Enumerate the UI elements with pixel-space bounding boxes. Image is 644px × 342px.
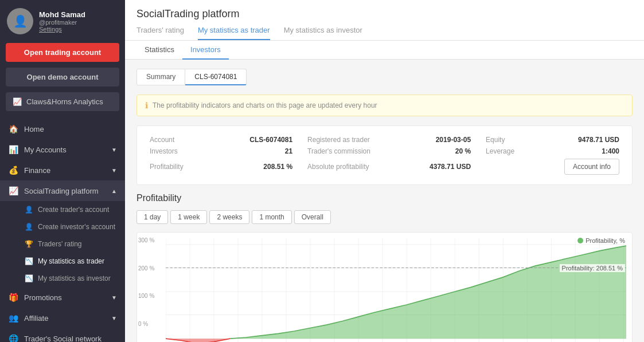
chevron-down-icon: ▼ [111,147,117,153]
chart-icon: 📈 [13,97,22,106]
social-icon: 🌐 [8,334,18,342]
tab-my-stats-investor[interactable]: My statistics as investor [284,26,362,40]
notice-banner: ℹ The profitability indicators and chart… [136,95,633,116]
chart-value-label: Profitability: 208.51 % [560,264,625,272]
nav-label-affiliate: Affiliate [24,314,48,323]
info-icon: ℹ [145,101,148,110]
chart-svg [166,238,626,342]
nav-label-social-network: Trader's Social network [24,335,102,343]
sidebar-item-finance[interactable]: 💰 Finance ▼ [0,160,125,180]
chart-buttons: 1 day 1 week 2 weeks 1 month Overall [136,210,633,224]
accounts-icon: 📊 [8,145,18,154]
subitem-label-create-investor: Create investor's account [38,223,115,231]
tab-traders-rating[interactable]: Traders' rating [136,26,184,40]
main-tabs: Traders' rating My statistics as trader … [136,26,633,40]
trophy-icon: 🏆 [24,240,33,248]
subitem-label-traders-rating: Traders' rating [38,240,82,248]
main-content: SocialTrading platform Traders' rating M… [125,0,644,342]
commission-value: 20 % [384,146,482,157]
nav-label-home: Home [24,125,44,133]
sidebar-subitem-traders-rating[interactable]: 🏆 Traders' rating [0,235,125,253]
table-row: Account CLS-6074081 Registered as trader… [146,134,623,146]
legend-label: Profitability, % [586,237,625,244]
stats-investor-icon: 📉 [24,274,33,282]
leverage-value: 1:400 [528,146,623,157]
registered-label: Registered as trader [304,134,384,146]
sidebar-subitem-my-stats-trader[interactable]: 📉 My statistics as trader [0,253,125,270]
stats-trader-icon: 📉 [24,257,33,265]
inner-tab-summary[interactable]: Summary [136,69,185,85]
nav-label-socialtrading: SocialTrading platform [24,187,99,195]
page-title: SocialTrading platform [136,8,633,20]
btn-1week[interactable]: 1 week [170,210,207,224]
y-axis: 300 % 200 % 100 % 0 % -100 % [138,237,157,342]
green-area [230,246,626,339]
tab-my-stats-trader[interactable]: My statistics as trader [198,26,270,40]
sidebar-item-home[interactable]: 🏠 Home [0,119,125,139]
promotions-icon: 🎁 [8,293,18,302]
account-value: CLS-6074081 [204,134,304,146]
account-info-button[interactable]: Account info [564,159,619,175]
sidebar-nav: 🏠 Home 📊 My Accounts ▼ 💰 Finance ▼ 📈 Soc… [0,119,125,342]
registered-value: 2019-03-05 [384,134,482,146]
equity-label: Equity [482,134,528,146]
socialtrading-icon: 📈 [8,186,18,195]
y-0: 0 % [138,321,157,327]
subitem-label-my-stats-investor: My statistics as investor [38,274,111,282]
settings-link[interactable]: Settings [39,26,85,33]
open-trading-button[interactable]: Open trading account [6,43,119,62]
nav-label-finance: Finance [24,166,50,175]
profitability-label: Profitability [146,157,204,176]
chevron-down-icon: ▼ [111,315,117,321]
sidebar-item-socialtrading[interactable]: 📈 SocialTrading platform ▲ [0,180,125,201]
chart-legend: Profitability, % [577,237,625,244]
finance-icon: 💰 [8,166,18,175]
main-header: SocialTrading platform Traders' rating M… [125,0,644,41]
affiliate-icon: 👥 [8,313,18,323]
inner-tab-cls[interactable]: CLS-6074081 [185,69,247,85]
btn-overall[interactable]: Overall [294,210,331,224]
profile-info: Mohd Samad @profitmaker Settings [39,10,85,33]
inner-tabs: Summary CLS-6074081 [136,69,633,85]
sidebar-item-promotions[interactable]: 🎁 Promotions ▼ [0,287,125,308]
account-info-box: Account CLS-6074081 Registered as trader… [136,125,633,185]
subtab-statistics[interactable]: Statistics [136,41,182,60]
btn-1month[interactable]: 1 month [252,210,291,224]
notice-text: The profitability indicators and charts … [153,101,377,109]
avatar: 👤 [7,8,33,34]
profile-name: Mohd Samad [39,10,85,19]
sidebar: 👤 Mohd Samad @profitmaker Settings Open … [0,0,125,342]
btn-1day[interactable]: 1 day [136,210,168,224]
nav-label-promotions: Promotions [24,293,62,302]
equity-value: 9478.71 USD [528,134,623,146]
abs-profitability-value: 4378.71 USD [384,157,482,176]
sub-tabs: Statistics Investors [125,41,644,60]
nav-label-my-accounts: My Accounts [24,146,67,154]
sidebar-item-my-accounts[interactable]: 📊 My Accounts ▼ [0,139,125,160]
table-row: Profitability 208.51 % Absolute profitab… [146,157,623,176]
subitem-label-my-stats-trader: My statistics as trader [38,257,104,265]
subtab-investors[interactable]: Investors [182,41,229,60]
abs-profitability-label: Absolute profitability [304,157,384,176]
create-investor-icon: 👤 [24,223,33,231]
btn-2weeks[interactable]: 2 weeks [209,210,249,224]
subitem-label-create-trader: Create trader's account [38,206,109,214]
investors-label: Investors [146,146,204,157]
commission-label: Trader's commission [304,146,384,157]
profitability-value: 208.51 % [204,157,304,176]
chevron-up-icon: ▲ [111,188,117,194]
profitability-section: Profitability 1 day 1 week 2 weeks 1 mon… [136,193,633,342]
sidebar-item-affiliate[interactable]: 👥 Affiliate ▼ [0,308,125,328]
legend-dot [577,238,583,243]
sidebar-subitem-create-investor[interactable]: 👤 Create investor's account [0,218,125,235]
sidebar-item-social-network[interactable]: 🌐 Trader's Social network [0,328,125,342]
y-200: 200 % [138,265,157,272]
open-demo-button[interactable]: Open demo account [6,68,119,87]
sidebar-subitem-create-trader[interactable]: 👤 Create trader's account [0,201,125,218]
home-icon: 🏠 [8,124,18,133]
analytics-button[interactable]: 📈 Claws&Horns Analytics [6,92,119,111]
table-row: Investors 21 Trader's commission 20 % Le… [146,146,623,157]
sidebar-subitem-my-stats-investor[interactable]: 📉 My statistics as investor [0,270,125,287]
chevron-down-icon: ▼ [111,167,117,174]
y-100: 100 % [138,293,157,299]
